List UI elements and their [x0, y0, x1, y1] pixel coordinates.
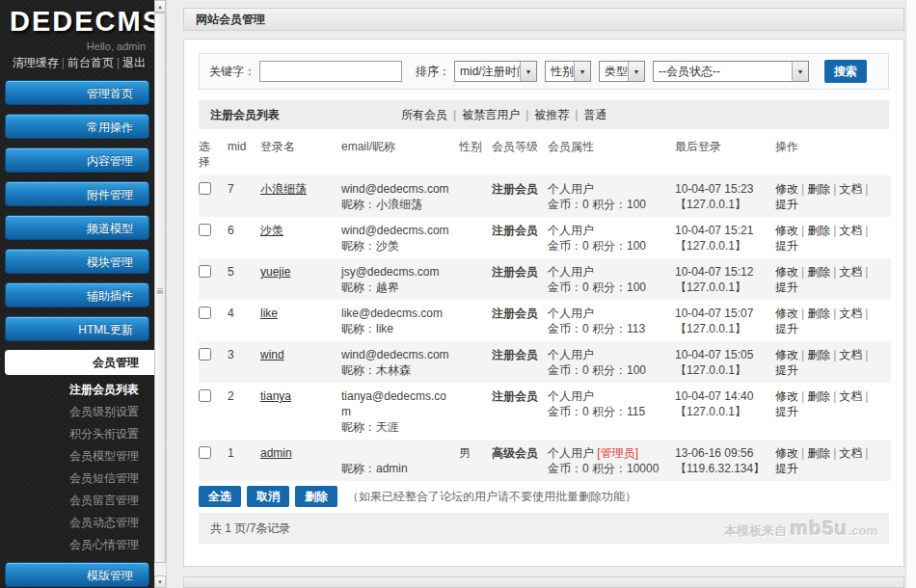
- sidebar-menu-button[interactable]: 附件管理: [5, 181, 149, 206]
- sidebar-submenu-item[interactable]: 会员级别设置: [0, 401, 154, 423]
- row-checkbox[interactable]: [199, 446, 211, 459]
- action-edit[interactable]: 修改: [775, 265, 798, 279]
- sidebar-section-member-management[interactable]: 会员管理: [5, 350, 154, 375]
- member-points: 金币：0 积分：100: [548, 362, 671, 378]
- sort-label: 排序：: [416, 64, 450, 80]
- member-email: tianya@dedecms.com: [341, 388, 455, 419]
- action-promote[interactable]: 提升: [775, 322, 798, 335]
- member-email: like@dedecms.com: [341, 306, 455, 321]
- action-edit[interactable]: 修改: [775, 182, 798, 196]
- sidebar-submenu-item[interactable]: 会员动态管理: [0, 512, 154, 534]
- action-document[interactable]: 文档: [839, 265, 862, 279]
- cell-actions: 修改|删除|文档|提升: [775, 383, 891, 440]
- action-document[interactable]: 文档: [839, 224, 862, 237]
- action-edit[interactable]: 修改: [775, 348, 798, 361]
- member-name-link[interactable]: tianya: [260, 389, 291, 403]
- sidebar-top-link[interactable]: 前台首页: [67, 56, 114, 69]
- sidebar-menu-button[interactable]: 辅助插件: [5, 282, 149, 307]
- action-promote[interactable]: 提升: [775, 462, 798, 475]
- row-checkbox[interactable]: [199, 389, 211, 402]
- gender-select-value: 性别: [546, 62, 574, 81]
- member-status-select[interactable]: --会员状态-- ▼: [653, 61, 809, 82]
- sidebar-submenu-item[interactable]: 会员心情管理: [0, 534, 154, 556]
- chevron-down-icon: ▼: [792, 62, 808, 81]
- action-promote[interactable]: 提升: [775, 363, 798, 377]
- action-document[interactable]: 文档: [839, 446, 862, 460]
- sort-select[interactable]: mid/注册时间 ▼: [454, 61, 537, 82]
- action-document[interactable]: 文档: [839, 182, 862, 196]
- action-document[interactable]: 文档: [839, 348, 862, 361]
- action-edit[interactable]: 修改: [775, 389, 798, 403]
- sidebar-menu-button[interactable]: 内容管理: [5, 147, 149, 173]
- scroll-down-arrow-icon[interactable]: ▼: [154, 575, 166, 588]
- keyword-input[interactable]: [259, 61, 402, 82]
- cell-level: 注册会员: [492, 300, 548, 341]
- type-select[interactable]: 类型 ▼: [599, 61, 645, 82]
- sort-select-value: mid/注册时间: [455, 62, 520, 81]
- action-delete[interactable]: 删除: [807, 389, 830, 403]
- action-delete[interactable]: 删除: [807, 182, 830, 196]
- sidebar-menu-button[interactable]: 常用操作: [5, 114, 149, 139]
- last-login-time: 10-04-07 15:05: [675, 347, 771, 362]
- column-header: 会员等级: [492, 129, 548, 175]
- action-delete[interactable]: 删除: [807, 446, 830, 460]
- vertical-scrollbar[interactable]: ▲ ▼: [154, 0, 167, 588]
- search-button[interactable]: 搜索: [824, 60, 867, 83]
- action-edit[interactable]: 修改: [775, 307, 798, 320]
- last-login-time: 10-04-07 15:12: [675, 264, 771, 280]
- action-edit[interactable]: 修改: [775, 446, 798, 460]
- member-email: [341, 445, 455, 461]
- action-edit[interactable]: 修改: [775, 224, 798, 237]
- row-checkbox[interactable]: [199, 224, 211, 236]
- gender-select[interactable]: 性别 ▼: [545, 61, 591, 82]
- sidebar-submenu-item[interactable]: 积分头衔设置: [0, 423, 154, 445]
- sidebar-menu-button[interactable]: HTML更新: [5, 316, 149, 341]
- cancel-button[interactable]: 取消: [247, 486, 289, 507]
- action-promote[interactable]: 提升: [775, 405, 798, 418]
- sidebar-submenu-item[interactable]: 会员模型管理: [0, 445, 154, 468]
- action-promote[interactable]: 提升: [775, 198, 798, 211]
- sidebar-menu-button[interactable]: 管理首页: [5, 80, 149, 105]
- sidebar-top-link[interactable]: 清理缓存: [13, 56, 59, 69]
- action-delete[interactable]: 删除: [807, 265, 830, 279]
- action-delete[interactable]: 删除: [807, 307, 830, 320]
- sidebar-menu-button[interactable]: 频道模型: [5, 215, 149, 240]
- sidebar-submenu-item[interactable]: 会员短信管理: [0, 468, 154, 490]
- member-filter-tab[interactable]: 普通: [583, 108, 606, 121]
- sidebar-submenu-item[interactable]: 注册会员列表: [0, 379, 154, 401]
- action-promote[interactable]: 提升: [775, 281, 798, 294]
- member-filter-tab[interactable]: 所有会员: [401, 108, 447, 121]
- cell-mid: 3: [228, 341, 260, 383]
- member-filter-tab[interactable]: 被禁言用户: [462, 108, 520, 121]
- action-document[interactable]: 文档: [839, 389, 862, 403]
- sidebar-top-link[interactable]: 退出: [122, 56, 146, 69]
- row-checkbox[interactable]: [199, 348, 211, 361]
- member-name-link[interactable]: like: [260, 307, 278, 320]
- members-table: 选择mid登录名email/昵称性别会员等级会员属性最后登录操作 7 小浪细荡 …: [199, 129, 891, 481]
- cell-gender: [459, 217, 492, 258]
- member-filter-tab[interactable]: 被推荐: [534, 108, 569, 121]
- action-document[interactable]: 文档: [839, 307, 862, 320]
- member-name-link[interactable]: wind: [260, 348, 284, 361]
- select-all-button[interactable]: 全选: [199, 486, 241, 507]
- sidebar-menu-button[interactable]: 模块管理: [5, 249, 149, 274]
- scroll-up-arrow-icon[interactable]: ▲: [154, 0, 166, 13]
- table-row: 7 小浪细荡 wind@dedecms.com 昵称：小浪细荡 注册会员 个人用…: [199, 175, 891, 217]
- member-name-link[interactable]: admin: [260, 446, 292, 460]
- next-section-bar: [183, 576, 904, 588]
- sidebar-menu-button[interactable]: 模版管理: [5, 562, 149, 587]
- row-checkbox[interactable]: [199, 182, 211, 195]
- member-name-link[interactable]: yuejie: [260, 265, 290, 279]
- sidebar-menu-top: 管理首页常用操作内容管理附件管理频道模型模块管理辅助插件HTML更新: [0, 80, 154, 341]
- action-delete[interactable]: 删除: [807, 348, 830, 361]
- delete-button[interactable]: 删除: [295, 486, 337, 507]
- action-delete[interactable]: 删除: [807, 224, 830, 237]
- row-checkbox[interactable]: [199, 307, 211, 319]
- member-name-link[interactable]: 小浪细荡: [260, 182, 307, 196]
- sidebar-submenu-item[interactable]: 会员留言管理: [0, 490, 154, 512]
- batch-buttons-row: 全选取消删除 （如果已经整合了论坛的用户请不要使用批量删除功能）: [199, 486, 889, 507]
- action-promote[interactable]: 提升: [775, 239, 798, 253]
- member-name-link[interactable]: 沙羡: [260, 224, 283, 237]
- row-checkbox[interactable]: [199, 265, 211, 278]
- scrollbar-thumb[interactable]: [154, 13, 166, 563]
